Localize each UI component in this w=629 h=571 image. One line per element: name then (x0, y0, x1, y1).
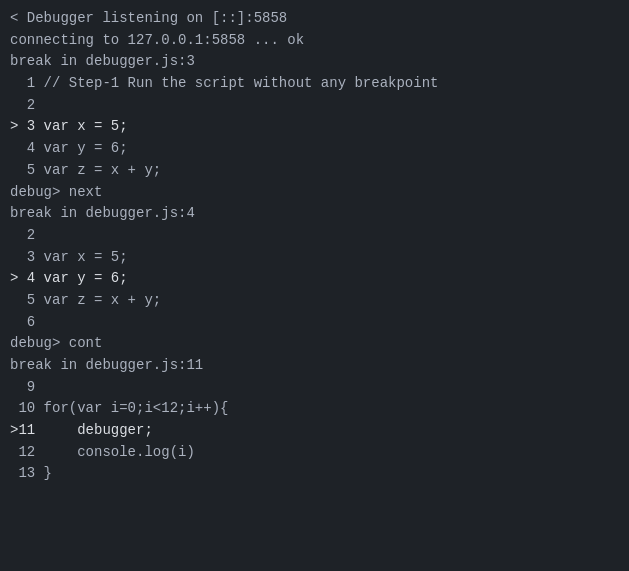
terminal-line: 9 (10, 377, 619, 399)
terminal-line-current: > 3 var x = 5; (10, 116, 619, 138)
terminal-line: 6 (10, 312, 619, 334)
terminal-line: 2 (10, 95, 619, 117)
terminal-line: 12 console.log(i) (10, 442, 619, 464)
terminal-line-current: >11 debugger; (10, 420, 619, 442)
terminal-line: break in debugger.js:3 (10, 51, 619, 73)
terminal-line: 13 } (10, 463, 619, 485)
terminal-line: 2 (10, 225, 619, 247)
terminal-line: debug> next (10, 182, 619, 204)
terminal-line: 3 var x = 5; (10, 247, 619, 269)
terminal-line: 10 for(var i=0;i<12;i++){ (10, 398, 619, 420)
terminal-line-current: > 4 var y = 6; (10, 268, 619, 290)
terminal-line: break in debugger.js:11 (10, 355, 619, 377)
terminal-line: 1 // Step-1 Run the script without any b… (10, 73, 619, 95)
terminal-line: 4 var y = 6; (10, 138, 619, 160)
terminal-line: connecting to 127.0.0.1:5858 ... ok (10, 30, 619, 52)
terminal-window: < Debugger listening on [::]:5858 connec… (10, 8, 619, 563)
terminal-line: < Debugger listening on [::]:5858 (10, 8, 619, 30)
terminal-line: 5 var z = x + y; (10, 290, 619, 312)
terminal-line: break in debugger.js:4 (10, 203, 619, 225)
terminal-line: debug> cont (10, 333, 619, 355)
terminal-line: 5 var z = x + y; (10, 160, 619, 182)
